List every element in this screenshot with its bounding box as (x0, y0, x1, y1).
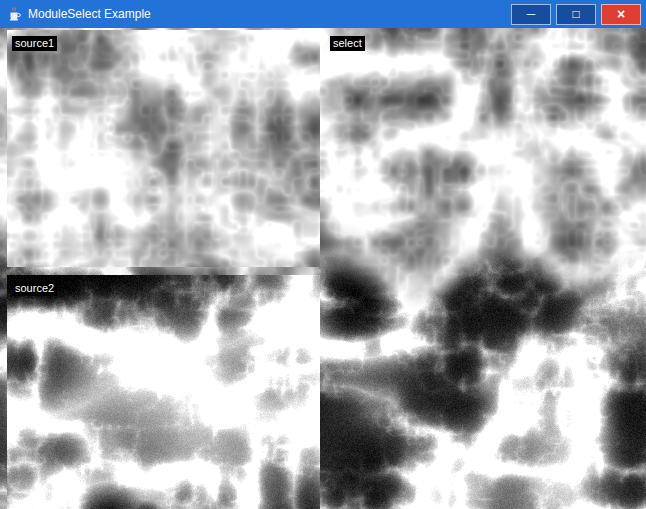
titlebar[interactable]: ModuleSelect Example ─ □ × (0, 0, 646, 28)
render-area: source1 select source2 (0, 28, 646, 509)
close-icon: × (617, 7, 625, 21)
label-select: select (330, 36, 365, 51)
minimize-icon: ─ (527, 8, 536, 20)
maximize-icon: □ (572, 8, 579, 20)
close-button[interactable]: × (601, 4, 641, 25)
java-app-icon (6, 6, 22, 22)
label-source2: source2 (12, 281, 57, 296)
app-window: ModuleSelect Example ─ □ × source1 selec… (0, 0, 646, 509)
maximize-button[interactable]: □ (556, 4, 596, 25)
noise-canvas (0, 28, 646, 509)
label-source1: source1 (12, 36, 57, 51)
window-title: ModuleSelect Example (28, 0, 151, 28)
minimize-button[interactable]: ─ (511, 4, 551, 25)
titlebar-buttons: ─ □ × (511, 4, 646, 25)
